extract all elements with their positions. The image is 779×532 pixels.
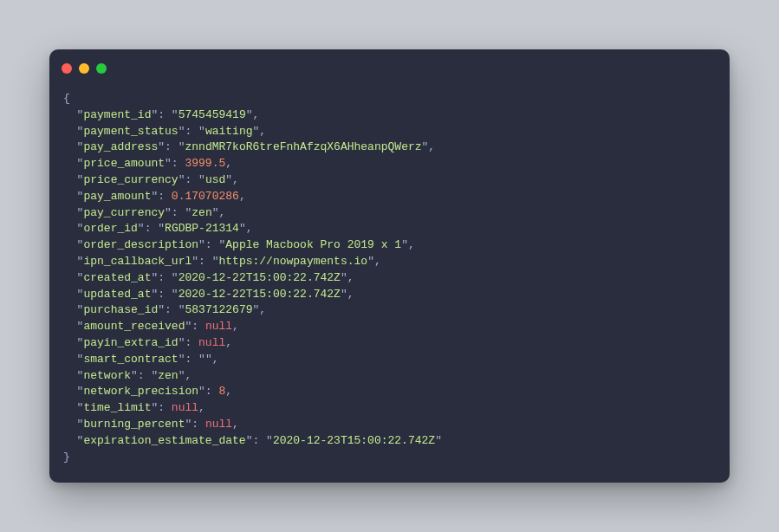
json-code-block: { "payment_id": "5745459419", "payment_s… — [49, 77, 730, 483]
window-titlebar — [49, 49, 730, 77]
close-icon[interactable] — [62, 63, 72, 74]
code-window: { "payment_id": "5745459419", "payment_s… — [49, 49, 730, 483]
zoom-icon[interactable] — [96, 63, 107, 74]
minimize-icon[interactable] — [79, 63, 89, 74]
